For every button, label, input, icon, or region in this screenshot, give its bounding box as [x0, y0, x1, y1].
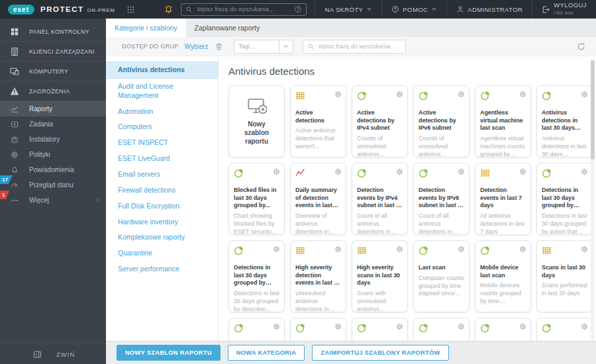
card-settings-gear-icon[interactable]: [519, 168, 526, 175]
logout-button[interactable]: WYLOGUJ >59 min: [532, 0, 596, 19]
card-settings-gear-icon[interactable]: [273, 323, 280, 330]
sidebar-item-instalatory[interactable]: Instalatory: [0, 132, 106, 147]
card-settings-gear-icon[interactable]: [273, 168, 280, 175]
table-chart-icon: [357, 246, 367, 255]
group-access-select-link[interactable]: Wybierz: [185, 43, 209, 50]
category-hardware-inventory[interactable]: Hardware inventory: [106, 214, 218, 230]
new-report-template-card[interactable]: Nowy szablon raportu: [228, 85, 285, 158]
card-settings-gear-icon[interactable]: [273, 246, 280, 253]
report-card-title: Blocked files in last 30 days grouped by…: [234, 187, 279, 210]
category-email-servers[interactable]: Email servers: [106, 167, 218, 183]
help-menu[interactable]: POMOC: [381, 0, 446, 19]
report-card-partial-1[interactable]: [228, 318, 285, 341]
report-card-partial-3[interactable]: [352, 318, 408, 341]
sidebar-item-zadania[interactable]: Zadania: [0, 116, 106, 132]
category-full-disk-encryption[interactable]: Full Disk Encryption: [106, 199, 218, 214]
card-settings-gear-icon[interactable]: [581, 168, 588, 175]
report-card-active-detections[interactable]: Active detectionsActive antivirus detect…: [290, 85, 346, 158]
sidebar-item-klienci-zarzadzani[interactable]: KLIENCI ZARZĄDZANI: [0, 42, 106, 62]
report-card-scans-in-last-30-days[interactable]: Scans in last 30 daysScans performed in …: [536, 240, 593, 312]
trash-icon[interactable]: [215, 42, 223, 51]
report-card-high-severity-detection-events-in-last-7-days[interactable]: High severity detection events in last 7…: [290, 240, 346, 312]
collapse-icon: [33, 350, 42, 359]
sidebar-item-komputery[interactable]: KOMPUTERY: [0, 62, 106, 81]
sidebar-item-polityki[interactable]: Polityki: [0, 147, 106, 162]
scrollbar-thumb[interactable]: [591, 60, 595, 159]
report-card-detection-events-by-ipv6-subnet-in-last-7-days[interactable]: Detection events by IPv6 subnet in last …: [413, 163, 470, 235]
card-settings-gear-icon[interactable]: [334, 168, 342, 175]
report-card-daily-summary-of-detection-events-in-last-3[interactable]: Daily summary of detection events in las…: [290, 163, 346, 235]
card-settings-gear-icon[interactable]: [519, 246, 526, 253]
card-settings-gear-icon[interactable]: [458, 168, 465, 175]
tags-filter-dropdown[interactable]: Tagi...: [234, 40, 293, 54]
report-card-high-severity-scans-in-last-30-days[interactable]: High severity scans in last 30 daysScans…: [352, 240, 408, 312]
tab-zaplanowane-raporty[interactable]: Zaplanowane raporty: [186, 19, 269, 37]
shortcuts-menu[interactable]: NA SKRÓTY: [315, 0, 381, 19]
report-card-active-detections-by-ipv6-subnet[interactable]: Active detections by IPv6 subnetCounts o…: [413, 85, 470, 158]
sidebar-item-przeglad-stanu[interactable]: 17Przegląd stanu: [0, 177, 106, 193]
report-card-agentless-virtual-machine-last-scan[interactable]: Agentless virtual machine last scanAgent…: [475, 85, 531, 158]
user-menu[interactable]: ADMINISTRATOR: [446, 0, 532, 19]
report-card-last-scan[interactable]: Last scanComputer counts grouped by time…: [413, 240, 470, 312]
card-settings-gear-icon[interactable]: [458, 323, 465, 330]
card-settings-gear-icon[interactable]: [581, 246, 588, 253]
card-settings-gear-icon[interactable]: [458, 91, 465, 98]
pie-chart-icon: [234, 246, 244, 255]
category-antivirus-detections[interactable]: Antivirus detections: [106, 62, 218, 79]
card-settings-gear-icon[interactable]: [334, 91, 342, 98]
card-settings-gear-icon[interactable]: [396, 168, 403, 175]
card-settings-gear-icon[interactable]: [334, 323, 342, 330]
report-card-description: Overview of antivirus detections in last…: [295, 212, 341, 235]
sidebar-item-wiecej[interactable]: 1Więcej: [0, 193, 106, 208]
sidebar-item-raporty[interactable]: Raporty: [0, 101, 106, 116]
card-settings-gear-icon[interactable]: [519, 91, 526, 98]
sidebar-item-zagrozenia[interactable]: ZAGROŻENIA: [0, 81, 106, 101]
report-card-mobile-device-last-scan[interactable]: Mobile device last scanMobile devices co…: [475, 240, 531, 312]
card-settings-gear-icon[interactable]: [581, 323, 588, 330]
tab-kategorie-i-szablony[interactable]: Kategorie i szablony: [106, 19, 186, 37]
report-card-detection-events-in-last-7-days[interactable]: Detection events in last 7 daysAll antiv…: [475, 163, 531, 235]
card-settings-gear-icon[interactable]: [334, 246, 342, 253]
notifications-bell-icon[interactable]: [164, 5, 174, 15]
report-card-description: Scans with unresolved antivirus...: [357, 290, 403, 312]
category-automation[interactable]: Automation: [106, 104, 218, 120]
report-card-partial-6[interactable]: [536, 318, 593, 341]
sidebar-item-powiadomienia[interactable]: Powiadomienia: [0, 162, 106, 177]
report-card-active-detections-by-ipv4-subnet[interactable]: Active detections by IPv4 subnetCounts o…: [352, 85, 408, 158]
sidebar-item-panel-kontrolny[interactable]: PANEL KONTROLNY: [0, 22, 106, 42]
card-settings-gear-icon[interactable]: [396, 91, 403, 98]
zaimportuj-szablony-raportow-button[interactable]: ZAIMPORTUJ SZABLONY RAPORTÓW: [312, 345, 448, 361]
category-firewall-detections[interactable]: Firewall detections: [106, 183, 218, 199]
filter-search-input[interactable]: [317, 42, 401, 50]
search-help-icon[interactable]: [294, 5, 302, 13]
report-card-detection-events-by-ipv4-subnet-in-last-7-days[interactable]: Detection events by IPv4 subnet in last …: [352, 163, 408, 235]
card-settings-gear-icon[interactable]: [581, 91, 588, 98]
report-card-blocked-files-in-last-30-days-grouped-by[interactable]: Blocked files in last 30 days grouped by…: [228, 163, 285, 235]
nowy-szablon-raportu-button[interactable]: NOWY SZABLON RAPORTU: [117, 345, 221, 361]
report-card-antivirus-detections-in-last-30-days-groupe[interactable]: Antivirus detections in last 30 days gro…: [536, 85, 593, 158]
category-eset-inspect[interactable]: ESET INSPECT: [106, 135, 218, 151]
card-settings-gear-icon[interactable]: [519, 323, 526, 330]
card-settings-gear-icon[interactable]: [396, 323, 403, 330]
report-card-title: Scans in last 30 days: [542, 264, 587, 279]
apps-grid-icon[interactable]: [126, 5, 135, 14]
card-settings-gear-icon[interactable]: [458, 246, 465, 253]
global-search-input[interactable]: [195, 5, 291, 13]
collapse-sidebar-button[interactable]: ZWIŃ: [0, 343, 106, 364]
report-card-partial-5[interactable]: [475, 318, 531, 341]
category-server-performance[interactable]: Server performance: [106, 261, 218, 277]
report-card-description: Mobile devices counts grouped by time el…: [480, 282, 526, 306]
scrollbar[interactable]: [591, 59, 595, 340]
category-audit-and-license-management[interactable]: Audit and License Management: [106, 79, 218, 104]
nowa-kategoria-button[interactable]: NOWA KATEGORIA: [228, 345, 305, 361]
card-settings-gear-icon[interactable]: [396, 246, 403, 253]
refresh-icon[interactable]: [577, 42, 585, 51]
category-computers[interactable]: Computers: [106, 119, 218, 135]
report-card-partial-4[interactable]: [413, 318, 470, 341]
category-eset-liveguard[interactable]: ESET LiveGuard: [106, 151, 218, 167]
category-kompleksowe-raporty[interactable]: Kompleksowe raporty: [106, 230, 218, 246]
report-card-detections-in-last-30-days-grouped-by-action-taken[interactable]: Detections in last 30 days grouped by ac…: [536, 163, 593, 235]
category-quarantine[interactable]: Quarantine: [106, 246, 218, 261]
report-card-partial-2[interactable]: [290, 318, 346, 341]
report-card-detections-in-last-30-days-grouped-by-detection[interactable]: Detections in last 30 days grouped by de…: [228, 240, 285, 312]
